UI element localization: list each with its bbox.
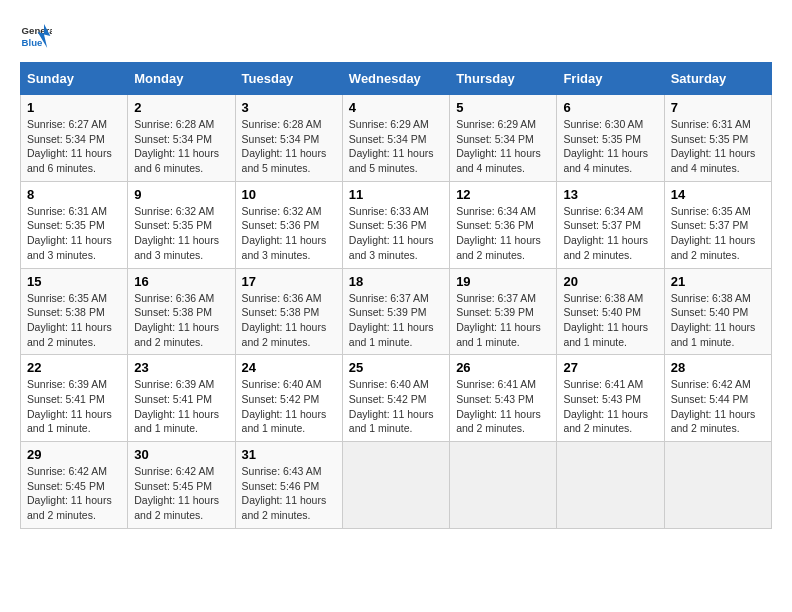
calendar-cell: 24 Sunrise: 6:40 AM Sunset: 5:42 PM Dayl… [235, 355, 342, 442]
day-number: 20 [563, 274, 657, 289]
day-info: Sunrise: 6:36 AM Sunset: 5:38 PM Dayligh… [134, 291, 228, 350]
day-info: Sunrise: 6:41 AM Sunset: 5:43 PM Dayligh… [563, 377, 657, 436]
col-header-wednesday: Wednesday [342, 63, 449, 95]
calendar-cell: 21 Sunrise: 6:38 AM Sunset: 5:40 PM Dayl… [664, 268, 771, 355]
calendar-cell: 3 Sunrise: 6:28 AM Sunset: 5:34 PM Dayli… [235, 95, 342, 182]
week-row-5: 29 Sunrise: 6:42 AM Sunset: 5:45 PM Dayl… [21, 442, 772, 529]
col-header-tuesday: Tuesday [235, 63, 342, 95]
day-info: Sunrise: 6:31 AM Sunset: 5:35 PM Dayligh… [671, 117, 765, 176]
calendar-cell: 6 Sunrise: 6:30 AM Sunset: 5:35 PM Dayli… [557, 95, 664, 182]
day-number: 11 [349, 187, 443, 202]
day-number: 21 [671, 274, 765, 289]
day-info: Sunrise: 6:40 AM Sunset: 5:42 PM Dayligh… [242, 377, 336, 436]
week-row-3: 15 Sunrise: 6:35 AM Sunset: 5:38 PM Dayl… [21, 268, 772, 355]
svg-text:Blue: Blue [22, 37, 43, 48]
col-header-friday: Friday [557, 63, 664, 95]
calendar-table: SundayMondayTuesdayWednesdayThursdayFrid… [20, 62, 772, 529]
calendar-cell [557, 442, 664, 529]
day-info: Sunrise: 6:30 AM Sunset: 5:35 PM Dayligh… [563, 117, 657, 176]
day-info: Sunrise: 6:28 AM Sunset: 5:34 PM Dayligh… [242, 117, 336, 176]
day-number: 10 [242, 187, 336, 202]
day-info: Sunrise: 6:32 AM Sunset: 5:36 PM Dayligh… [242, 204, 336, 263]
day-info: Sunrise: 6:33 AM Sunset: 5:36 PM Dayligh… [349, 204, 443, 263]
calendar-cell: 30 Sunrise: 6:42 AM Sunset: 5:45 PM Dayl… [128, 442, 235, 529]
day-number: 29 [27, 447, 121, 462]
day-number: 31 [242, 447, 336, 462]
col-header-saturday: Saturday [664, 63, 771, 95]
day-info: Sunrise: 6:27 AM Sunset: 5:34 PM Dayligh… [27, 117, 121, 176]
day-info: Sunrise: 6:29 AM Sunset: 5:34 PM Dayligh… [349, 117, 443, 176]
calendar-cell: 7 Sunrise: 6:31 AM Sunset: 5:35 PM Dayli… [664, 95, 771, 182]
week-row-1: 1 Sunrise: 6:27 AM Sunset: 5:34 PM Dayli… [21, 95, 772, 182]
day-info: Sunrise: 6:37 AM Sunset: 5:39 PM Dayligh… [349, 291, 443, 350]
day-number: 18 [349, 274, 443, 289]
day-info: Sunrise: 6:34 AM Sunset: 5:36 PM Dayligh… [456, 204, 550, 263]
day-number: 9 [134, 187, 228, 202]
day-info: Sunrise: 6:37 AM Sunset: 5:39 PM Dayligh… [456, 291, 550, 350]
day-info: Sunrise: 6:39 AM Sunset: 5:41 PM Dayligh… [27, 377, 121, 436]
calendar-cell: 15 Sunrise: 6:35 AM Sunset: 5:38 PM Dayl… [21, 268, 128, 355]
calendar-cell: 14 Sunrise: 6:35 AM Sunset: 5:37 PM Dayl… [664, 181, 771, 268]
day-info: Sunrise: 6:40 AM Sunset: 5:42 PM Dayligh… [349, 377, 443, 436]
calendar-cell: 11 Sunrise: 6:33 AM Sunset: 5:36 PM Dayl… [342, 181, 449, 268]
day-info: Sunrise: 6:38 AM Sunset: 5:40 PM Dayligh… [671, 291, 765, 350]
calendar-cell: 10 Sunrise: 6:32 AM Sunset: 5:36 PM Dayl… [235, 181, 342, 268]
calendar-cell [664, 442, 771, 529]
day-info: Sunrise: 6:35 AM Sunset: 5:38 PM Dayligh… [27, 291, 121, 350]
day-number: 26 [456, 360, 550, 375]
calendar-cell: 22 Sunrise: 6:39 AM Sunset: 5:41 PM Dayl… [21, 355, 128, 442]
day-number: 5 [456, 100, 550, 115]
calendar-cell: 20 Sunrise: 6:38 AM Sunset: 5:40 PM Dayl… [557, 268, 664, 355]
calendar-cell: 23 Sunrise: 6:39 AM Sunset: 5:41 PM Dayl… [128, 355, 235, 442]
day-number: 15 [27, 274, 121, 289]
week-row-2: 8 Sunrise: 6:31 AM Sunset: 5:35 PM Dayli… [21, 181, 772, 268]
day-number: 12 [456, 187, 550, 202]
day-info: Sunrise: 6:32 AM Sunset: 5:35 PM Dayligh… [134, 204, 228, 263]
calendar-cell [450, 442, 557, 529]
day-info: Sunrise: 6:39 AM Sunset: 5:41 PM Dayligh… [134, 377, 228, 436]
day-info: Sunrise: 6:43 AM Sunset: 5:46 PM Dayligh… [242, 464, 336, 523]
day-number: 8 [27, 187, 121, 202]
calendar-cell: 9 Sunrise: 6:32 AM Sunset: 5:35 PM Dayli… [128, 181, 235, 268]
day-number: 4 [349, 100, 443, 115]
day-info: Sunrise: 6:41 AM Sunset: 5:43 PM Dayligh… [456, 377, 550, 436]
calendar-cell: 17 Sunrise: 6:36 AM Sunset: 5:38 PM Dayl… [235, 268, 342, 355]
day-number: 14 [671, 187, 765, 202]
day-number: 27 [563, 360, 657, 375]
day-number: 6 [563, 100, 657, 115]
day-info: Sunrise: 6:29 AM Sunset: 5:34 PM Dayligh… [456, 117, 550, 176]
calendar-cell: 28 Sunrise: 6:42 AM Sunset: 5:44 PM Dayl… [664, 355, 771, 442]
col-header-thursday: Thursday [450, 63, 557, 95]
day-number: 24 [242, 360, 336, 375]
week-row-4: 22 Sunrise: 6:39 AM Sunset: 5:41 PM Dayl… [21, 355, 772, 442]
calendar-cell: 2 Sunrise: 6:28 AM Sunset: 5:34 PM Dayli… [128, 95, 235, 182]
day-number: 19 [456, 274, 550, 289]
calendar-cell: 31 Sunrise: 6:43 AM Sunset: 5:46 PM Dayl… [235, 442, 342, 529]
day-info: Sunrise: 6:42 AM Sunset: 5:45 PM Dayligh… [134, 464, 228, 523]
calendar-cell: 12 Sunrise: 6:34 AM Sunset: 5:36 PM Dayl… [450, 181, 557, 268]
calendar-cell [342, 442, 449, 529]
day-info: Sunrise: 6:38 AM Sunset: 5:40 PM Dayligh… [563, 291, 657, 350]
day-number: 25 [349, 360, 443, 375]
day-number: 16 [134, 274, 228, 289]
col-header-monday: Monday [128, 63, 235, 95]
calendar-cell: 5 Sunrise: 6:29 AM Sunset: 5:34 PM Dayli… [450, 95, 557, 182]
calendar-cell: 27 Sunrise: 6:41 AM Sunset: 5:43 PM Dayl… [557, 355, 664, 442]
calendar-cell: 1 Sunrise: 6:27 AM Sunset: 5:34 PM Dayli… [21, 95, 128, 182]
calendar-cell: 13 Sunrise: 6:34 AM Sunset: 5:37 PM Dayl… [557, 181, 664, 268]
col-header-sunday: Sunday [21, 63, 128, 95]
day-number: 17 [242, 274, 336, 289]
day-info: Sunrise: 6:28 AM Sunset: 5:34 PM Dayligh… [134, 117, 228, 176]
calendar-cell: 16 Sunrise: 6:36 AM Sunset: 5:38 PM Dayl… [128, 268, 235, 355]
calendar-cell: 4 Sunrise: 6:29 AM Sunset: 5:34 PM Dayli… [342, 95, 449, 182]
page-header: General Blue [20, 20, 772, 52]
day-number: 3 [242, 100, 336, 115]
day-number: 2 [134, 100, 228, 115]
calendar-cell: 19 Sunrise: 6:37 AM Sunset: 5:39 PM Dayl… [450, 268, 557, 355]
day-number: 28 [671, 360, 765, 375]
calendar-cell: 25 Sunrise: 6:40 AM Sunset: 5:42 PM Dayl… [342, 355, 449, 442]
day-info: Sunrise: 6:34 AM Sunset: 5:37 PM Dayligh… [563, 204, 657, 263]
day-info: Sunrise: 6:42 AM Sunset: 5:45 PM Dayligh… [27, 464, 121, 523]
calendar-cell: 29 Sunrise: 6:42 AM Sunset: 5:45 PM Dayl… [21, 442, 128, 529]
day-info: Sunrise: 6:35 AM Sunset: 5:37 PM Dayligh… [671, 204, 765, 263]
